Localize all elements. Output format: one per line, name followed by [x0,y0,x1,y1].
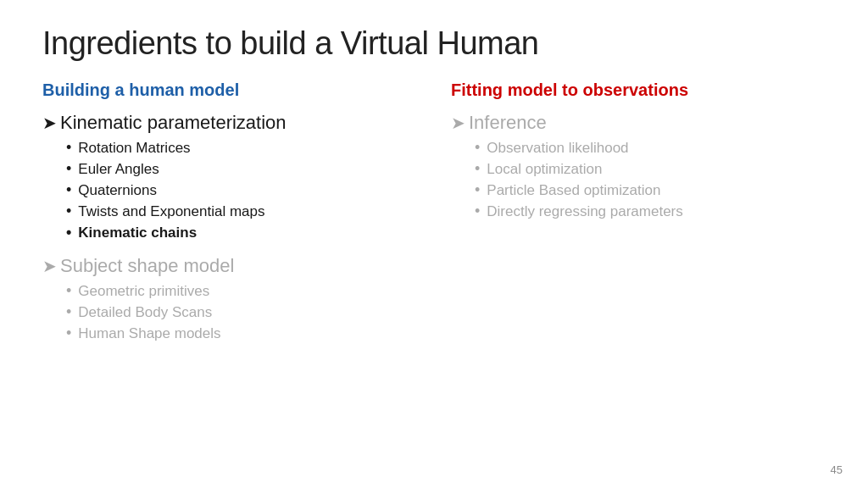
right-column: Fitting model to observations ➤ Inferenc… [434,80,826,354]
kinematic-list: Rotation Matrices Euler Angles Quaternio… [66,139,417,241]
list-item: Directly regressing parameters [475,202,826,220]
list-item: Observation likelihood [475,139,826,157]
right-column-heading: Fitting model to observations [451,80,826,100]
list-item: Twists and Exponential maps [66,202,417,220]
kinematic-section-header: ➤ Kinematic parameterization [42,112,417,134]
list-item: Detailed Body Scans [66,303,417,321]
left-column: Building a human model ➤ Kinematic param… [42,80,434,354]
left-column-heading: Building a human model [42,80,417,100]
columns-container: Building a human model ➤ Kinematic param… [42,80,826,354]
slide: Ingredients to build a Virtual Human Bui… [0,0,868,488]
list-item: Quaternions [66,181,417,199]
shape-model-section: ➤ Subject shape model Geometric primitiv… [42,255,417,342]
list-item: Human Shape models [66,324,417,342]
list-item: Euler Angles [66,160,417,178]
page-number: 45 [831,463,843,476]
inference-list: Observation likelihood Local optimizatio… [475,139,826,220]
list-item-kinematic-chains: Kinematic chains [66,224,417,241]
list-item: Rotation Matrices [66,139,417,157]
kinematic-arrow: ➤ [42,113,57,133]
list-item: Particle Based optimization [475,181,826,199]
kinematic-label: Kinematic parameterization [60,112,287,134]
list-item: Local optimization [475,160,826,178]
inference-arrow: ➤ [451,113,465,133]
shape-model-list: Geometric primitives Detailed Body Scans… [66,282,417,342]
inference-label: Inference [469,112,547,134]
slide-title: Ingredients to build a Virtual Human [42,25,826,62]
list-item: Geometric primitives [66,282,417,300]
inference-section-header: ➤ Inference [451,112,826,134]
shape-model-label: Subject shape model [60,255,234,277]
shape-model-header: ➤ Subject shape model [42,255,417,277]
shape-model-arrow: ➤ [42,256,57,276]
